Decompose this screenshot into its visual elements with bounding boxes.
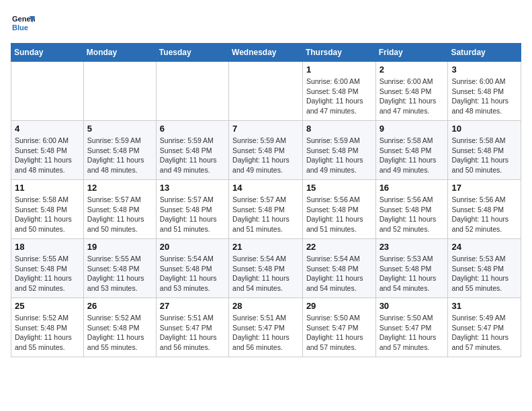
- calendar-cell: 25Sunrise: 5:52 AM Sunset: 5:48 PM Dayli…: [11, 298, 84, 357]
- calendar-cell: 13Sunrise: 5:57 AM Sunset: 5:48 PM Dayli…: [156, 180, 228, 239]
- day-info: Sunrise: 5:50 AM Sunset: 5:47 PM Dayligh…: [380, 313, 445, 353]
- calendar-cell: 23Sunrise: 5:53 AM Sunset: 5:48 PM Dayli…: [375, 239, 448, 298]
- calendar-body: 1Sunrise: 6:00 AM Sunset: 5:48 PM Daylig…: [11, 62, 521, 357]
- calendar-cell: 31Sunrise: 5:49 AM Sunset: 5:47 PM Dayli…: [448, 298, 521, 357]
- calendar-table: SundayMondayTuesdayWednesdayThursdayFrid…: [11, 43, 521, 357]
- calendar-week-row: 4Sunrise: 6:00 AM Sunset: 5:48 PM Daylig…: [11, 121, 521, 180]
- day-number: 3: [451, 64, 517, 75]
- day-info: Sunrise: 5:53 AM Sunset: 5:48 PM Dayligh…: [451, 254, 517, 293]
- day-number: 18: [15, 242, 80, 252]
- calendar-cell: [156, 62, 228, 121]
- calendar-cell: 3Sunrise: 6:00 AM Sunset: 5:48 PM Daylig…: [448, 62, 521, 121]
- calendar-cell: [83, 62, 156, 121]
- day-number: 15: [306, 183, 372, 193]
- weekday-header-friday: Friday: [375, 44, 448, 62]
- calendar-cell: 18Sunrise: 5:55 AM Sunset: 5:48 PM Dayli…: [11, 239, 84, 298]
- day-number: 25: [15, 301, 80, 311]
- day-info: Sunrise: 5:50 AM Sunset: 5:47 PM Dayligh…: [306, 313, 372, 353]
- day-info: Sunrise: 5:59 AM Sunset: 5:48 PM Dayligh…: [160, 136, 225, 175]
- calendar-week-row: 1Sunrise: 6:00 AM Sunset: 5:48 PM Daylig…: [11, 62, 521, 121]
- calendar-cell: 7Sunrise: 5:59 AM Sunset: 5:48 PM Daylig…: [229, 121, 303, 180]
- day-info: Sunrise: 6:00 AM Sunset: 5:48 PM Dayligh…: [306, 77, 372, 116]
- day-number: 11: [15, 183, 80, 193]
- calendar-cell: 6Sunrise: 5:59 AM Sunset: 5:48 PM Daylig…: [156, 121, 228, 180]
- day-info: Sunrise: 5:54 AM Sunset: 5:48 PM Dayligh…: [306, 254, 372, 293]
- day-number: 13: [160, 183, 225, 193]
- day-info: Sunrise: 5:55 AM Sunset: 5:48 PM Dayligh…: [87, 254, 152, 293]
- calendar-week-row: 18Sunrise: 5:55 AM Sunset: 5:48 PM Dayli…: [11, 239, 521, 298]
- day-info: Sunrise: 5:59 AM Sunset: 5:48 PM Dayligh…: [232, 136, 299, 175]
- day-number: 7: [232, 124, 299, 134]
- day-info: Sunrise: 5:57 AM Sunset: 5:48 PM Dayligh…: [87, 195, 152, 234]
- calendar-cell: 8Sunrise: 5:59 AM Sunset: 5:48 PM Daylig…: [302, 121, 375, 180]
- day-info: Sunrise: 5:57 AM Sunset: 5:48 PM Dayligh…: [160, 195, 225, 234]
- day-number: 20: [160, 242, 225, 252]
- day-number: 26: [87, 301, 152, 311]
- day-number: 12: [87, 183, 152, 193]
- day-number: 30: [380, 301, 445, 311]
- day-info: Sunrise: 5:57 AM Sunset: 5:48 PM Dayligh…: [232, 195, 299, 234]
- day-number: 23: [380, 242, 445, 252]
- calendar-cell: 1Sunrise: 6:00 AM Sunset: 5:48 PM Daylig…: [302, 62, 375, 121]
- day-number: 21: [232, 242, 299, 252]
- day-number: 29: [306, 301, 372, 311]
- day-info: Sunrise: 5:49 AM Sunset: 5:47 PM Dayligh…: [451, 313, 517, 353]
- day-info: Sunrise: 5:52 AM Sunset: 5:48 PM Dayligh…: [87, 313, 152, 353]
- day-info: Sunrise: 5:59 AM Sunset: 5:48 PM Dayligh…: [87, 136, 152, 175]
- calendar-cell: [229, 62, 303, 121]
- day-number: 19: [87, 242, 152, 252]
- calendar-cell: 19Sunrise: 5:55 AM Sunset: 5:48 PM Dayli…: [83, 239, 156, 298]
- day-number: 22: [306, 242, 372, 252]
- day-number: 17: [451, 183, 517, 193]
- weekday-header-monday: Monday: [83, 44, 156, 62]
- weekday-header-sunday: Sunday: [11, 44, 84, 62]
- calendar-cell: 21Sunrise: 5:54 AM Sunset: 5:48 PM Dayli…: [229, 239, 303, 298]
- day-number: 28: [232, 301, 299, 311]
- calendar-cell: 9Sunrise: 5:58 AM Sunset: 5:48 PM Daylig…: [375, 121, 448, 180]
- weekday-header-saturday: Saturday: [448, 44, 521, 62]
- day-info: Sunrise: 6:00 AM Sunset: 5:48 PM Dayligh…: [380, 77, 445, 116]
- calendar-cell: 16Sunrise: 5:56 AM Sunset: 5:48 PM Dayli…: [375, 180, 448, 239]
- day-info: Sunrise: 5:56 AM Sunset: 5:48 PM Dayligh…: [306, 195, 372, 234]
- calendar-cell: 29Sunrise: 5:50 AM Sunset: 5:47 PM Dayli…: [302, 298, 375, 357]
- day-info: Sunrise: 5:58 AM Sunset: 5:48 PM Dayligh…: [15, 195, 80, 234]
- day-number: 4: [15, 124, 80, 134]
- calendar-cell: 10Sunrise: 5:58 AM Sunset: 5:48 PM Dayli…: [448, 121, 521, 180]
- day-info: Sunrise: 6:00 AM Sunset: 5:48 PM Dayligh…: [15, 136, 80, 175]
- weekday-header-thursday: Thursday: [302, 44, 375, 62]
- calendar-cell: 12Sunrise: 5:57 AM Sunset: 5:48 PM Dayli…: [83, 180, 156, 239]
- day-number: 1: [306, 64, 372, 75]
- day-info: Sunrise: 5:56 AM Sunset: 5:48 PM Dayligh…: [380, 195, 445, 234]
- day-number: 16: [380, 183, 445, 193]
- calendar-header: SundayMondayTuesdayWednesdayThursdayFrid…: [11, 44, 521, 62]
- day-info: Sunrise: 5:58 AM Sunset: 5:48 PM Dayligh…: [451, 136, 517, 175]
- calendar-cell: 24Sunrise: 5:53 AM Sunset: 5:48 PM Dayli…: [448, 239, 521, 298]
- day-info: Sunrise: 5:58 AM Sunset: 5:48 PM Dayligh…: [380, 136, 445, 175]
- day-number: 5: [87, 124, 152, 134]
- calendar-cell: 15Sunrise: 5:56 AM Sunset: 5:48 PM Dayli…: [302, 180, 375, 239]
- day-info: Sunrise: 5:59 AM Sunset: 5:48 PM Dayligh…: [306, 136, 372, 175]
- day-number: 24: [451, 242, 517, 252]
- day-number: 10: [451, 124, 517, 134]
- day-info: Sunrise: 5:54 AM Sunset: 5:48 PM Dayligh…: [232, 254, 299, 293]
- day-number: 6: [160, 124, 225, 134]
- day-info: Sunrise: 5:52 AM Sunset: 5:48 PM Dayligh…: [15, 313, 80, 353]
- calendar-cell: 11Sunrise: 5:58 AM Sunset: 5:48 PM Dayli…: [11, 180, 84, 239]
- calendar-week-row: 11Sunrise: 5:58 AM Sunset: 5:48 PM Dayli…: [11, 180, 521, 239]
- day-info: Sunrise: 5:53 AM Sunset: 5:48 PM Dayligh…: [380, 254, 445, 293]
- calendar-cell: 26Sunrise: 5:52 AM Sunset: 5:48 PM Dayli…: [83, 298, 156, 357]
- calendar-cell: 20Sunrise: 5:54 AM Sunset: 5:48 PM Dayli…: [156, 239, 228, 298]
- day-number: 31: [451, 301, 517, 311]
- weekday-header-tuesday: Tuesday: [156, 44, 228, 62]
- day-info: Sunrise: 6:00 AM Sunset: 5:48 PM Dayligh…: [451, 77, 517, 116]
- day-info: Sunrise: 5:54 AM Sunset: 5:48 PM Dayligh…: [160, 254, 225, 293]
- day-info: Sunrise: 5:56 AM Sunset: 5:48 PM Dayligh…: [451, 195, 517, 234]
- weekday-header-wednesday: Wednesday: [229, 44, 303, 62]
- logo: General Blue: [11, 11, 35, 35]
- day-info: Sunrise: 5:51 AM Sunset: 5:47 PM Dayligh…: [232, 313, 299, 353]
- calendar-cell: 4Sunrise: 6:00 AM Sunset: 5:48 PM Daylig…: [11, 121, 84, 180]
- calendar-cell: 30Sunrise: 5:50 AM Sunset: 5:47 PM Dayli…: [375, 298, 448, 357]
- calendar-cell: 28Sunrise: 5:51 AM Sunset: 5:47 PM Dayli…: [229, 298, 303, 357]
- page-header: General Blue: [11, 11, 521, 35]
- calendar-cell: 5Sunrise: 5:59 AM Sunset: 5:48 PM Daylig…: [83, 121, 156, 180]
